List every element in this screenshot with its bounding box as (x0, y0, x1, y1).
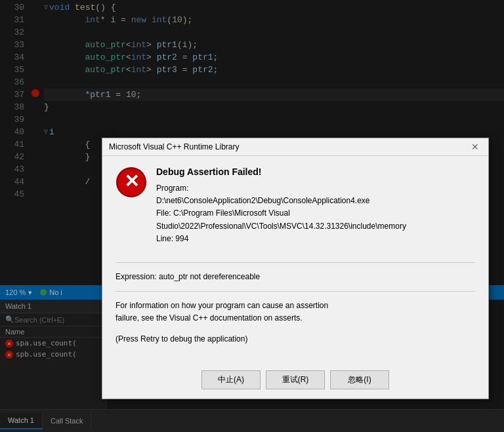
retry-button[interactable]: 重试(R) (266, 370, 325, 389)
abort-button[interactable]: 中止(A) (201, 370, 261, 389)
assertion-text: Debug Assertion Failed! (156, 167, 406, 177)
svg-text:✕: ✕ (124, 171, 139, 191)
press-retry-text: (Press Retry to debug the application) (116, 334, 247, 344)
error-icon-svg: ✕ (116, 167, 147, 198)
program-path: D:\net6\ConsoleApplication2\Debug\Consol… (156, 196, 370, 205)
dialog-close-button[interactable]: ✕ (469, 142, 482, 151)
line-info: Line: 994 (156, 234, 188, 243)
program-label: Program: (156, 184, 188, 193)
dialog-footer: 中止(A) 重试(R) 忽略(I) (102, 364, 488, 399)
info-section: For information on how your program can … (116, 300, 475, 324)
error-dialog: Microsoft Visual C++ Runtime Library ✕ ✕… (102, 138, 489, 399)
file-label: File: C:\Program Files\Microsoft Visual (156, 208, 290, 218)
press-retry-section: (Press Retry to debug the application) (116, 333, 475, 345)
file-path2: Studio\2022\Professional\VC\Tools\MSVC\1… (156, 222, 406, 231)
expression-text: Expression: auto_ptr not dereferenceable (116, 272, 260, 281)
dialog-titlebar: Microsoft Visual C++ Runtime Library ✕ (102, 138, 488, 156)
dialog-right-header: Debug Assertion Failed! Program: D:\net6… (156, 167, 406, 253)
ignore-button[interactable]: 忽略(I) (330, 370, 389, 389)
dialog-body: ✕ Debug Assertion Failed! Program: D:\ne… (102, 156, 488, 364)
dialog-title: Microsoft Visual C++ Runtime Library (109, 142, 240, 151)
dialog-divider-1 (116, 262, 475, 263)
expression-section: Expression: auto_ptr not dereferenceable (116, 271, 475, 283)
info-text: For information on how your program can … (116, 301, 328, 323)
dialog-program-section: Program: D:\net6\ConsoleApplication2\Deb… (156, 182, 406, 245)
dialog-divider-2 (116, 291, 475, 292)
dialog-header-row: ✕ Debug Assertion Failed! Program: D:\ne… (116, 167, 475, 253)
